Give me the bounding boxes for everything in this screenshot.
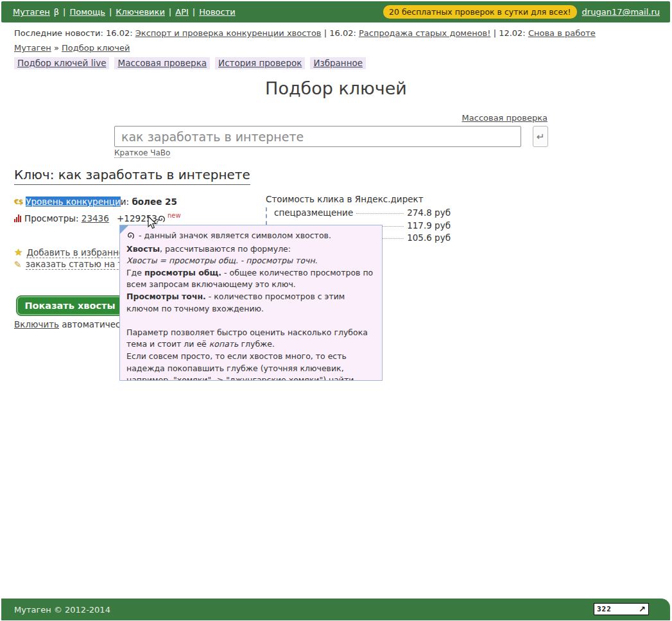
nav-link-mutagen[interactable]: Мутаген <box>13 7 50 17</box>
order-article-row: ✎ заказать статью на те <box>14 259 128 270</box>
nav-separator: | <box>193 7 195 17</box>
nav-link-api[interactable]: API <box>175 7 189 17</box>
user-email-link[interactable]: drugan17@mail.ru <box>582 7 660 17</box>
page: Мутаген β | Помощь | Ключевики | API | Н… <box>0 0 672 621</box>
cpc-row-special: спецразмещение 274.8 руб <box>274 207 451 220</box>
euro-dollar-icon: €$ <box>14 198 22 206</box>
nav-separator: | <box>63 7 65 17</box>
page-title: Подбор ключей <box>0 78 672 98</box>
svg-text:?: ? <box>155 218 159 226</box>
tooltip-corner-fold <box>120 225 128 234</box>
mass-check-link[interactable]: Массовая проверка <box>462 113 547 123</box>
breadcrumb: Мутаген » Подбор ключей <box>14 43 130 53</box>
top-navigation-bar: Мутаген β | Помощь | Ключевики | API | Н… <box>1 1 670 22</box>
cpc-title: Стоимость клика в Яндекс.директ <box>266 194 451 204</box>
news-date: 16.02: <box>106 28 133 38</box>
breadcrumb-current[interactable]: Подбор ключей <box>62 43 130 53</box>
cpc-row-label: спецразмещение <box>274 207 353 218</box>
breadcrumb-home[interactable]: Мутаген <box>14 43 51 53</box>
top-nav-links: Мутаген β | Помощь | Ключевики | API | Н… <box>13 7 236 17</box>
tab-check-history[interactable]: История проверок <box>215 57 305 69</box>
news-link-domains[interactable]: Распродажа старых доменов! <box>359 28 491 38</box>
favorite-row: ★ Добавить в избранное <box>14 247 129 258</box>
keyword-search-input[interactable] <box>114 126 521 147</box>
nav-link-help[interactable]: Помощь <box>69 7 105 17</box>
competition-row: €$ Уровень конкуренции: более 25 <box>14 197 177 207</box>
tooltip-text: - данный значок является символом хвосто… <box>126 231 373 381</box>
dotted-leader <box>356 213 404 214</box>
beta-label: β <box>54 7 59 17</box>
key-heading: Ключ: как заработать в интернете <box>14 167 250 182</box>
mouse-cursor: ? <box>146 216 162 235</box>
free-checks-badge: 20 бесплатных проверок в сутки для всех! <box>383 5 577 19</box>
counter-value: 322 <box>597 605 612 613</box>
counter-arrow-icon: ↗ <box>639 605 646 613</box>
add-to-favorites-link[interactable]: Добавить в избранное <box>26 247 129 258</box>
star-icon: ★ <box>14 247 22 258</box>
news-date: 12.02: <box>499 28 526 38</box>
auto-check-row: Включить автоматическу <box>14 319 131 329</box>
nav-link-keywords[interactable]: Ключевики <box>116 7 165 17</box>
nav-link-news[interactable]: Новости <box>199 7 236 17</box>
competition-label-rest: и: <box>121 197 129 207</box>
views-label: Просмотры: <box>24 213 79 223</box>
competition-value: более 25 <box>132 197 177 207</box>
search-submit-button[interactable]: ↵ <box>533 126 548 147</box>
news-prefix: Последние новости: <box>14 28 103 38</box>
news-link-export[interactable]: Экспорт и проверка конкуренции хвостов <box>135 28 322 38</box>
pencil-icon: ✎ <box>14 259 22 270</box>
news-separator: | <box>324 28 327 38</box>
bar-chart-icon <box>14 214 21 222</box>
enter-icon: ↵ <box>537 131 545 143</box>
news-date: 16.02: <box>329 28 356 38</box>
cpc-row-value: 274.8 руб <box>407 207 451 218</box>
breadcrumb-separator: » <box>54 43 59 53</box>
views-count-link[interactable]: 23436 <box>82 213 109 223</box>
news-separator: | <box>494 28 496 38</box>
cpc-row-value: 105.6 руб <box>407 232 451 243</box>
show-tails-button[interactable]: Показать хвосты <box>16 295 124 316</box>
news-line: Последние новости: 16.02: Экспорт и пров… <box>14 28 596 38</box>
news-link-back-to-work[interactable]: Снова в работе <box>528 28 596 38</box>
copyright-text: Мутаген © 2012-2014 <box>14 605 110 615</box>
competition-level-link[interactable]: Уровень конкуренци <box>26 197 120 207</box>
visitor-counter[interactable]: 322 ↗ <box>594 603 649 615</box>
tails-tooltip: - данный значок является символом хвосто… <box>119 225 383 381</box>
nav-separator: | <box>169 7 171 17</box>
nav-separator: | <box>109 7 112 17</box>
new-badge: new <box>168 212 181 219</box>
section-tabs: Подбор ключей live Массовая проверка Ист… <box>14 57 366 69</box>
faq-link[interactable]: Краткое ЧаВо <box>114 148 170 158</box>
enable-auto-link[interactable]: Включить <box>14 319 59 329</box>
footer-bar: Мутаген © 2012-2014 322 ↗ <box>1 599 670 620</box>
tab-mass-check[interactable]: Массовая проверка <box>114 57 210 69</box>
tab-keyword-picker-live[interactable]: Подбор ключей live <box>14 57 109 69</box>
cpc-row-value: 117.9 руб <box>407 220 451 231</box>
tab-favorites[interactable]: Избранное <box>310 57 366 69</box>
order-article-link[interactable]: заказать статью на те <box>26 259 128 270</box>
